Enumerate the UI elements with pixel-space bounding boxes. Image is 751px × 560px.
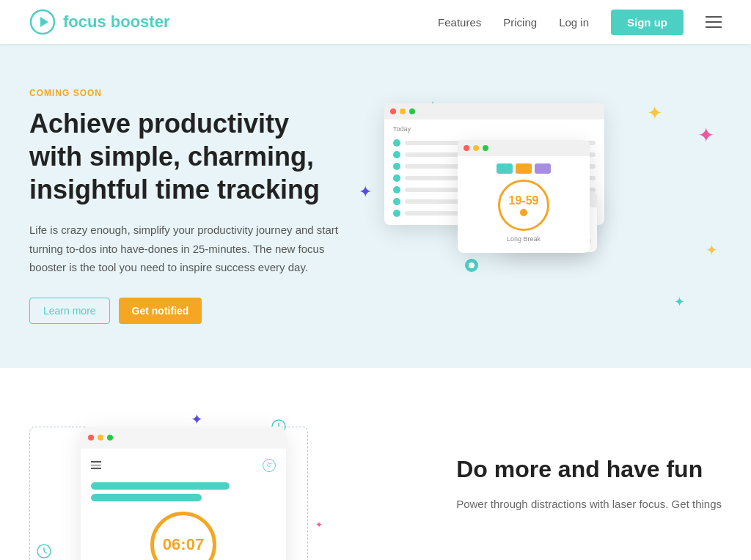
star-teal: ✦ (674, 295, 685, 309)
app2-body: ⏱ 06:07 (81, 449, 286, 561)
star-yellow: ✦ (647, 103, 663, 122)
hero-section: COMING SOON Achieve productivity with si… (0, 44, 751, 368)
logo-icon (29, 9, 56, 35)
app2-topbar: ⏱ (91, 459, 276, 472)
nav-links: Features Pricing Log in Sign up (438, 10, 722, 35)
dot-yellow (473, 145, 479, 151)
window-titlebar (384, 103, 604, 119)
tag-purple (535, 163, 551, 174)
get-notified-button[interactable]: Get notified (119, 298, 202, 324)
task-check (393, 174, 400, 182)
app2-titlebar (81, 427, 286, 449)
timer-dot (520, 209, 527, 216)
timer-circle: 19-59 (498, 180, 549, 231)
float-star-pink: ✦ (315, 520, 323, 529)
teal-badge-inner (469, 262, 475, 268)
task-check (393, 198, 400, 205)
dot-red (464, 145, 469, 151)
logo-text: focus booster (63, 12, 169, 32)
timer-display: 19-59 Long Break (458, 156, 590, 253)
hamburger-menu[interactable] (706, 16, 722, 28)
float-clock-icon2 (37, 544, 51, 559)
star-pink: ✦ (697, 125, 714, 146)
dot-red (88, 435, 94, 441)
section2-content: Do more and have fun Power through distr… (456, 412, 722, 514)
hero-content: COMING SOON Achieve productivity with si… (29, 88, 345, 324)
progress-bars (91, 482, 276, 501)
tag-orange (516, 163, 532, 174)
section2: ✦ ✦ ✦ (0, 368, 751, 561)
mock-window-timer: 19-59 Long Break (458, 140, 590, 253)
signup-button[interactable]: Sign up (611, 10, 684, 35)
star-yellow2: ✦ (706, 243, 718, 257)
dot-green (107, 435, 113, 441)
hero-buttons: Learn more Get notified (29, 298, 345, 324)
hero-illustration: ✦ ✦ ✦ ✦ ✦ ✦ Today (355, 96, 722, 316)
nav-pricing[interactable]: Pricing (503, 16, 537, 29)
app2-timer-circle: 06:07 (150, 512, 216, 561)
app2-timer-time: 06:07 (163, 535, 204, 554)
hero-description: Life is crazy enough, simplify your prod… (29, 221, 345, 277)
task-check (393, 186, 400, 194)
svg-marker-1 (40, 17, 48, 27)
task-check (393, 139, 400, 147)
nav-features[interactable]: Features (438, 16, 481, 29)
timer-titlebar (458, 140, 590, 156)
task-check (393, 151, 400, 158)
navbar: focus booster Features Pricing Log in Si… (0, 0, 751, 44)
long-break-label: Long Break (507, 235, 541, 243)
teal-badge (465, 259, 478, 272)
hamburger-small (91, 461, 101, 469)
dot-green (409, 108, 415, 114)
float-star-purple: ✦ (191, 412, 203, 427)
section2-description: Power through distractions with laser fo… (456, 495, 722, 514)
logo[interactable]: focus booster (29, 9, 169, 35)
window-header: Today (390, 125, 598, 133)
timer-tags (497, 163, 551, 174)
task-check (393, 210, 400, 217)
progress-bar-long (91, 482, 230, 490)
dot-yellow (400, 108, 406, 114)
section2-title: Do more and have fun (456, 456, 722, 483)
star-purple: ✦ (359, 184, 372, 200)
clock-icon-small: ⏱ (263, 459, 276, 472)
dot-yellow (98, 435, 103, 441)
mock-app2: ⏱ 06:07 (81, 427, 286, 561)
coming-soon-badge: COMING SOON (29, 88, 345, 98)
tag-teal (497, 163, 513, 174)
dot-green (483, 145, 488, 151)
hero-title: Achieve productivity with simple, charmi… (29, 107, 345, 206)
progress-bar-short (91, 494, 202, 501)
timer-time: 19-59 (509, 194, 539, 207)
svg-line-7 (44, 551, 47, 553)
dot-red (390, 108, 396, 114)
task-check (393, 163, 400, 170)
section2-illustration: ✦ ✦ ✦ (29, 412, 337, 561)
learn-more-button[interactable]: Learn more (29, 298, 110, 324)
nav-login[interactable]: Log in (559, 16, 589, 29)
